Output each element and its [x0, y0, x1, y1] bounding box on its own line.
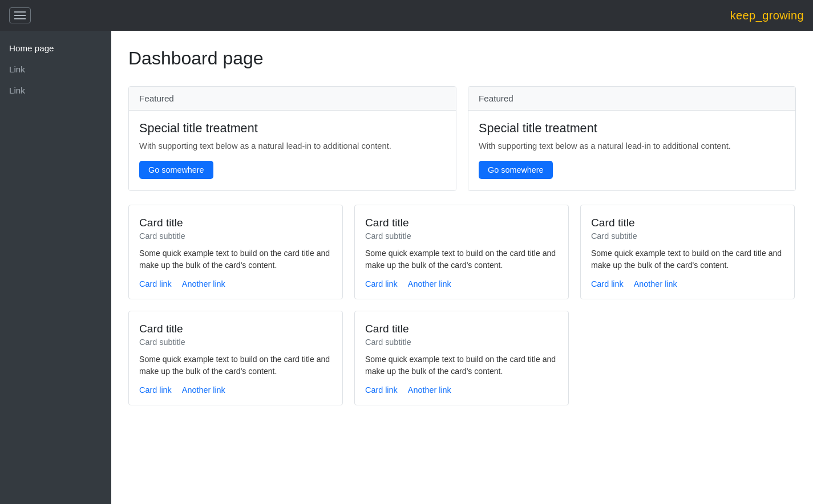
featured-card-1-title: Special title treatment	[139, 121, 446, 136]
card-2-title: Card title	[365, 217, 558, 229]
card-1-links: Card link Another link	[139, 279, 332, 288]
hamburger-line-1	[14, 11, 26, 13]
featured-card-2-body: Special title treatment With supporting …	[468, 111, 795, 190]
card-4-text: Some quick example text to build on the …	[139, 353, 332, 377]
card-2-link-2[interactable]: Another link	[408, 279, 451, 288]
card-2-links: Card link Another link	[365, 279, 558, 288]
hamburger-line-3	[14, 18, 26, 19]
card-2-text: Some quick example text to build on the …	[365, 247, 558, 271]
cards-grid: Card title Card subtitle Some quick exam…	[128, 205, 796, 405]
card-3-title: Card title	[591, 217, 784, 229]
card-4-link-1[interactable]: Card link	[139, 385, 172, 395]
featured-card-1-button[interactable]: Go somewhere	[139, 161, 213, 179]
card-5-title: Card title	[365, 323, 558, 335]
sidebar-item-link-2[interactable]: Link	[0, 80, 111, 101]
card-1: Card title Card subtitle Some quick exam…	[128, 205, 343, 299]
featured-card-1-text: With supporting text below as a natural …	[139, 141, 446, 151]
card-5-link-1[interactable]: Card link	[365, 385, 398, 395]
featured-card-2-header: Featured	[468, 87, 795, 111]
card-3-link-2[interactable]: Another link	[634, 279, 677, 288]
card-1-link-1[interactable]: Card link	[139, 279, 172, 288]
navbar-brand: keep_growing	[730, 9, 804, 22]
card-4: Card title Card subtitle Some quick exam…	[128, 311, 343, 405]
card-5-links: Card link Another link	[365, 385, 558, 395]
card-4-subtitle: Card subtitle	[139, 338, 332, 347]
card-1-title: Card title	[139, 217, 332, 229]
card-1-text: Some quick example text to build on the …	[139, 247, 332, 271]
card-5: Card title Card subtitle Some quick exam…	[354, 311, 569, 405]
navbar: keep_growing	[0, 0, 813, 31]
layout: Home page Link Link Dashboard page Featu…	[0, 31, 813, 504]
card-5-link-2[interactable]: Another link	[408, 385, 451, 395]
page-title: Dashboard page	[128, 48, 796, 69]
featured-card-1-body: Special title treatment With supporting …	[129, 111, 456, 190]
featured-card-1: Featured Special title treatment With su…	[128, 86, 456, 191]
featured-card-2: Featured Special title treatment With su…	[468, 86, 796, 191]
card-3: Card title Card subtitle Some quick exam…	[580, 205, 795, 299]
featured-row: Featured Special title treatment With su…	[128, 86, 796, 191]
sidebar-item-link-1[interactable]: Link	[0, 59, 111, 80]
hamburger-button[interactable]	[9, 7, 31, 23]
card-3-link-1[interactable]: Card link	[591, 279, 624, 288]
featured-card-2-text: With supporting text below as a natural …	[479, 141, 785, 151]
card-2-link-1[interactable]: Card link	[365, 279, 398, 288]
card-1-link-2[interactable]: Another link	[182, 279, 225, 288]
sidebar-item-home[interactable]: Home page	[0, 38, 111, 59]
card-3-links: Card link Another link	[591, 279, 784, 288]
card-3-subtitle: Card subtitle	[591, 231, 784, 241]
sidebar: Home page Link Link	[0, 31, 111, 504]
featured-card-2-button[interactable]: Go somewhere	[479, 161, 553, 179]
hamburger-line-2	[14, 15, 26, 16]
card-2: Card title Card subtitle Some quick exam…	[354, 205, 569, 299]
card-2-subtitle: Card subtitle	[365, 231, 558, 241]
card-5-text: Some quick example text to build on the …	[365, 353, 558, 377]
card-4-title: Card title	[139, 323, 332, 335]
featured-card-1-header: Featured	[129, 87, 456, 111]
main-content: Dashboard page Featured Special title tr…	[111, 31, 813, 504]
card-1-subtitle: Card subtitle	[139, 231, 332, 241]
card-4-link-2[interactable]: Another link	[182, 385, 225, 395]
card-5-subtitle: Card subtitle	[365, 338, 558, 347]
featured-card-2-title: Special title treatment	[479, 121, 785, 136]
card-4-links: Card link Another link	[139, 385, 332, 395]
card-3-text: Some quick example text to build on the …	[591, 247, 784, 271]
